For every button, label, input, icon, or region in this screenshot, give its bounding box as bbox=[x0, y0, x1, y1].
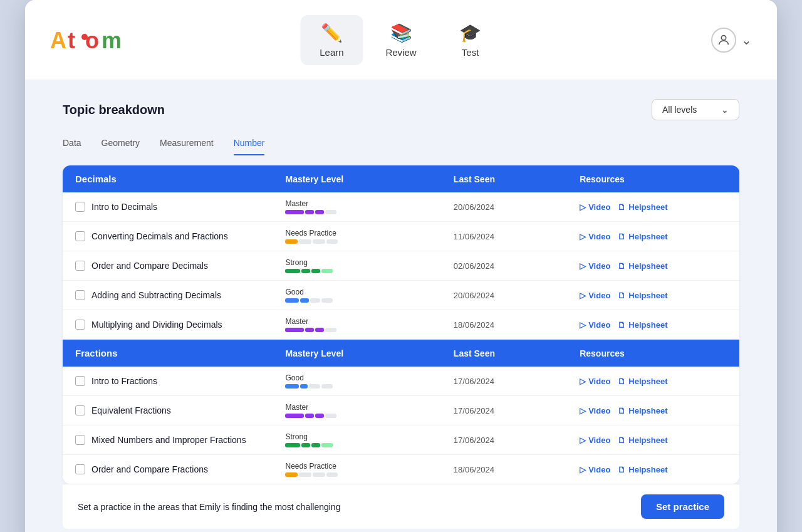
table-row: Mixed Numbers and Improper Fractions Str… bbox=[63, 425, 739, 455]
helpsheet-link[interactable]: 🗋 Helpsheet bbox=[618, 232, 667, 241]
topic-name: Order and Compare Decimals bbox=[91, 261, 208, 271]
bar-segment bbox=[285, 443, 300, 447]
helpsheet-link[interactable]: 🗋 Helpsheet bbox=[618, 377, 667, 386]
topic-name: Equivalent Fractions bbox=[91, 405, 171, 415]
helpsheet-doc-icon: 🗋 bbox=[618, 291, 626, 300]
helpsheet-link[interactable]: 🗋 Helpsheet bbox=[618, 261, 667, 271]
bar-segment bbox=[285, 269, 300, 273]
bar-segment bbox=[285, 298, 299, 303]
level-filter[interactable]: All levels ⌄ bbox=[652, 99, 739, 120]
date-cell: 17/06/2024 bbox=[454, 436, 580, 445]
helpsheet-link[interactable]: 🗋 Helpsheet bbox=[618, 320, 667, 330]
mastery-label: Master bbox=[285, 199, 453, 208]
helpsheet-doc-icon: 🗋 bbox=[618, 465, 626, 474]
bar-segment bbox=[285, 210, 304, 214]
bar-segment bbox=[321, 443, 333, 447]
bar-segment bbox=[321, 384, 333, 389]
row-checkbox[interactable] bbox=[75, 376, 85, 386]
row-checkbox[interactable] bbox=[75, 202, 85, 212]
mastery-bar bbox=[285, 298, 453, 303]
fractions-mastery-col-header: Mastery Level bbox=[285, 348, 453, 358]
avatar-button[interactable] bbox=[711, 28, 736, 53]
nav-review-label: Review bbox=[385, 47, 416, 58]
fractions-section-header: Fractions Mastery Level Last Seen Resour… bbox=[63, 340, 739, 367]
mastery-label: Needs Practice bbox=[285, 229, 453, 237]
bar-segment bbox=[305, 210, 314, 214]
bar-segment bbox=[299, 472, 311, 477]
nav-test[interactable]: 🎓 Test bbox=[439, 15, 502, 65]
bar-segment bbox=[309, 384, 320, 389]
bar-segment bbox=[285, 472, 298, 477]
date-cell: 18/06/2024 bbox=[454, 465, 580, 474]
bar-segment bbox=[325, 414, 336, 418]
video-link[interactable]: ▷ Video bbox=[580, 377, 610, 386]
bar-segment bbox=[300, 298, 309, 303]
row-checkbox[interactable] bbox=[75, 435, 85, 445]
video-link[interactable]: ▷ Video bbox=[580, 320, 610, 330]
bar-segment bbox=[311, 443, 320, 447]
decimals-mastery-col-header: Mastery Level bbox=[285, 174, 453, 184]
table-row: Intro to Decimals Master 20/06/2024 ▷ bbox=[63, 192, 739, 222]
bar-segment bbox=[285, 328, 304, 332]
video-link[interactable]: ▷ Video bbox=[580, 465, 610, 474]
mastery-cell: Good bbox=[285, 288, 453, 303]
nav-learn-label: Learn bbox=[320, 47, 343, 58]
video-link[interactable]: ▷ Video bbox=[580, 291, 610, 300]
video-play-icon: ▷ bbox=[580, 436, 586, 445]
date-cell: 11/06/2024 bbox=[454, 232, 580, 241]
helpsheet-link[interactable]: 🗋 Helpsheet bbox=[618, 465, 667, 474]
decimals-section-header: Decimals Mastery Level Last Seen Resourc… bbox=[63, 165, 739, 192]
row-checkbox[interactable] bbox=[75, 405, 85, 415]
table-row: Intro to Fractions Good 17/06/2024 ▷ bbox=[63, 367, 739, 396]
helpsheet-link[interactable]: 🗋 Helpsheet bbox=[618, 436, 667, 445]
bar-segment bbox=[305, 414, 314, 418]
set-practice-button[interactable]: Set practice bbox=[641, 494, 724, 519]
topic-cell: Multiplying and Dividing Decimals bbox=[75, 320, 285, 330]
tab-measurement[interactable]: Measurement bbox=[160, 133, 214, 155]
tab-number[interactable]: Number bbox=[234, 133, 265, 155]
mastery-label: Good bbox=[285, 373, 453, 382]
account-chevron-icon[interactable]: ⌄ bbox=[741, 33, 752, 48]
video-play-icon: ▷ bbox=[580, 232, 586, 241]
mastery-bar bbox=[285, 443, 453, 447]
bar-segment bbox=[285, 414, 304, 418]
resources-cell: ▷ Video 🗋 Helpsheet bbox=[580, 261, 727, 271]
content-area: Topic breakdown All levels ⌄ Data Geomet… bbox=[25, 80, 777, 532]
mastery-bar bbox=[285, 472, 453, 477]
mastery-bar bbox=[285, 414, 453, 418]
header-right: ⌄ bbox=[711, 28, 752, 53]
helpsheet-link[interactable]: 🗋 Helpsheet bbox=[618, 406, 667, 415]
video-link[interactable]: ▷ Video bbox=[580, 261, 610, 271]
bar-segment bbox=[325, 210, 336, 214]
filter-chevron-icon: ⌄ bbox=[721, 105, 729, 115]
video-play-icon: ▷ bbox=[580, 261, 586, 271]
row-checkbox[interactable] bbox=[75, 464, 85, 474]
resources-cell: ▷ Video 🗋 Helpsheet bbox=[580, 465, 727, 474]
row-checkbox[interactable] bbox=[75, 231, 85, 241]
bar-segment bbox=[311, 269, 320, 273]
tab-geometry[interactable]: Geometry bbox=[102, 133, 140, 155]
bar-segment bbox=[285, 384, 299, 389]
bar-segment bbox=[315, 328, 324, 332]
mastery-bar bbox=[285, 269, 453, 273]
test-icon: 🎓 bbox=[459, 23, 481, 43]
topic-name: Intro to Decimals bbox=[91, 202, 157, 212]
nav-review[interactable]: 📚 Review bbox=[368, 15, 434, 65]
video-link[interactable]: ▷ Video bbox=[580, 202, 610, 212]
topic-cell: Intro to Decimals bbox=[75, 202, 285, 212]
row-checkbox[interactable] bbox=[75, 290, 85, 300]
nav-learn[interactable]: ✏️ Learn bbox=[300, 15, 363, 65]
mastery-cell: Strong bbox=[285, 432, 453, 447]
helpsheet-doc-icon: 🗋 bbox=[618, 202, 626, 212]
logo: A t o m bbox=[50, 26, 132, 55]
helpsheet-link[interactable]: 🗋 Helpsheet bbox=[618, 202, 667, 212]
topic-cell: Adding and Subtracting Decimals bbox=[75, 290, 285, 300]
video-link[interactable]: ▷ Video bbox=[580, 406, 610, 415]
row-checkbox[interactable] bbox=[75, 261, 85, 271]
helpsheet-link[interactable]: 🗋 Helpsheet bbox=[618, 291, 667, 300]
decimals-section-name: Decimals bbox=[75, 174, 285, 184]
row-checkbox[interactable] bbox=[75, 320, 85, 330]
video-link[interactable]: ▷ Video bbox=[580, 436, 610, 445]
tab-data[interactable]: Data bbox=[63, 133, 81, 155]
video-link[interactable]: ▷ Video bbox=[580, 232, 610, 241]
